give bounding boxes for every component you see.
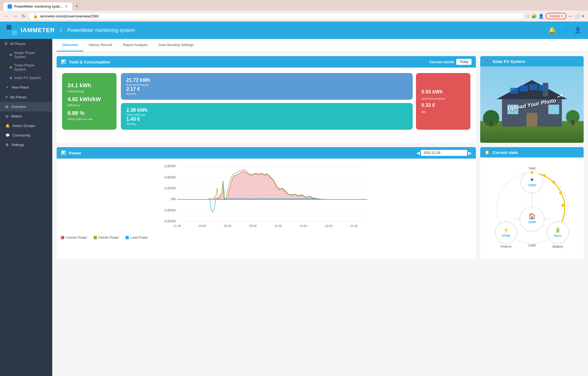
svg-rect-17 <box>490 121 492 126</box>
svg-rect-19 <box>571 120 574 125</box>
svg-text:-2,000W: -2,000W <box>163 208 176 212</box>
tab-auto-sending[interactable]: Auto-Sending Settings <box>153 39 199 51</box>
svg-text:🏠: 🏠 <box>528 213 536 220</box>
legend-load: Load Power <box>125 236 148 239</box>
bill-value: 0.33 € <box>421 102 465 108</box>
sidebar-all-places[interactable]: ☰ All Places <box>0 39 52 48</box>
direct-selfuse-value: 2.38 kWh <box>126 107 407 113</box>
yield-energy-label: Yield Energy <box>68 90 111 93</box>
legend-inverter: Inverter Power <box>61 236 87 239</box>
sidebar-label-new-place: New Place <box>12 85 29 89</box>
chat-icon: 💬 <box>5 133 10 137</box>
yield-card-header: 📊 Yield & Consumption Current month Toda… <box>57 56 476 68</box>
close-tab-button[interactable]: × <box>65 4 68 9</box>
svg-rect-13 <box>520 86 528 92</box>
tab-title: PowerMeter monitoring syste... <box>14 4 63 8</box>
solar-pv-card: 📍 Solar PV System <box>480 56 584 143</box>
power-chart-header: 📊 Power ◀ ▶ <box>57 147 476 159</box>
current-month-btn[interactable]: Current month <box>430 60 454 64</box>
dot-icon-solar-pv <box>10 77 12 79</box>
svg-text:None: None <box>554 234 562 237</box>
tab-report-analysis[interactable]: Report Analysis <box>118 39 153 51</box>
solar-image[interactable]: Upload Your Photo ↗ <box>480 66 584 143</box>
legend-dot-feedin <box>94 236 97 239</box>
current-state-content: 🏠 128W ☀ 703W ⚡ 575W <box>480 157 584 259</box>
svg-text:575W: 575W <box>502 234 510 237</box>
bookmark-icon[interactable]: ☆ <box>526 14 530 19</box>
profile-icon[interactable]: 👤 <box>538 14 544 19</box>
plus-icon: ＋ <box>5 85 9 90</box>
svg-text:11-29: 11-29 <box>173 224 181 228</box>
svg-rect-15 <box>539 85 547 91</box>
svg-text:09:00: 09:00 <box>249 224 256 228</box>
sidebar-all-places-label: All Places <box>10 42 25 46</box>
sidebar-label-settings: Settings <box>11 143 24 147</box>
minimize-button[interactable]: — <box>568 14 572 19</box>
address-bar: 🔒 <box>29 12 524 20</box>
legend-dot-load <box>125 236 129 239</box>
svg-rect-12 <box>510 88 518 94</box>
grid-consumption-label: Grid Consumption <box>421 97 465 100</box>
logo-text: IAMMETER <box>21 27 55 34</box>
sidebar-item-meters[interactable]: ◎ Meters <box>0 111 52 121</box>
svg-text:12:00: 12:00 <box>274 224 282 228</box>
sidebar-item-notice-groups[interactable]: 🔔 Notice Groups <box>0 121 52 131</box>
sidebar-item-settings[interactable]: ⚙ Settings <box>0 140 52 150</box>
date-input[interactable] <box>421 150 467 156</box>
sidebar-item-solar-pv[interactable]: Solar PV System <box>0 74 52 82</box>
svg-point-60 <box>531 171 533 174</box>
dot-icon-three-phase <box>10 66 12 68</box>
sidebar-label-three-phase: Three Phase System <box>14 63 47 71</box>
update-chevron-icon: ▾ <box>561 14 563 18</box>
meters-icon: ◎ <box>5 114 8 118</box>
new-tab-button[interactable]: + <box>73 2 81 11</box>
language-icon[interactable]: 🌐 <box>561 27 569 34</box>
app-header: IAMMETER / PowerMeter monitoring system … <box>0 22 588 39</box>
power-chart-icon: 📊 <box>61 150 66 155</box>
today-btn[interactable]: Today <box>456 59 471 65</box>
dot-icon-single-phase <box>10 54 12 56</box>
sidebar-label-overview: Overview <box>11 105 26 109</box>
svg-text:06:00: 06:00 <box>224 224 231 228</box>
svg-point-62 <box>552 181 555 184</box>
sidebar-item-community[interactable]: 💬 Community <box>0 131 52 140</box>
chart-legend: Inverter Power FeedIn Power Load Power <box>57 234 476 244</box>
logo: IAMMETER / PowerMeter monitoring system <box>7 25 135 36</box>
legend-dot-inverter <box>61 236 64 239</box>
saving-value: 1.43 € <box>126 116 407 122</box>
legend-label-load: Load Power <box>130 236 148 239</box>
next-date-button[interactable]: ▶ <box>468 150 471 156</box>
income-label: Income <box>126 92 407 95</box>
energy-flow-svg: 🏠 128W ☀ 703W ⚡ 575W <box>486 165 578 252</box>
sidebar-label-meters: Meters <box>11 114 22 118</box>
tab-overview[interactable]: Overview <box>57 39 83 51</box>
update-button[interactable]: Update ▾ <box>546 13 566 19</box>
bell-icon: 🔔 <box>5 124 10 128</box>
svg-text:4,000W: 4,000W <box>164 175 176 179</box>
svg-point-63 <box>559 192 562 195</box>
sidebar-label-community: Community <box>13 133 30 137</box>
income-value: 2.17 € <box>126 86 407 92</box>
notification-icon[interactable]: 🔔 <box>549 27 556 34</box>
sidebar-item-overview[interactable]: ⊞ Overview <box>0 102 52 111</box>
maximize-button[interactable]: ⬜ <box>574 14 580 19</box>
hamburger-icon: ☰ <box>4 42 8 46</box>
extensions-icon[interactable]: 🧩 <box>531 14 537 19</box>
user-icon[interactable]: 👤 <box>574 27 581 34</box>
sidebar-item-three-phase[interactable]: Three Phase System <box>0 61 52 74</box>
back-button[interactable]: ← <box>3 13 10 20</box>
sidebar-label-solar-pv: Solar PV System <box>14 76 41 80</box>
prev-date-button[interactable]: ◀ <box>416 150 420 156</box>
app-title: PowerMeter monitoring system <box>67 28 135 33</box>
reload-button[interactable]: ↻ <box>21 13 26 20</box>
close-window-button[interactable]: ✕ <box>581 14 585 19</box>
svg-text:-4,000W: -4,000W <box>163 219 176 223</box>
url-input[interactable] <box>40 14 519 18</box>
sidebar-item-new-place[interactable]: ＋ New Place <box>0 82 52 92</box>
tab-history-record[interactable]: History Record <box>83 39 118 51</box>
sidebar-item-my-places[interactable]: ≡ My Places <box>0 92 52 102</box>
forward-button[interactable]: → <box>12 13 19 20</box>
sidebar-item-single-phase[interactable]: Single Phase System <box>0 48 52 61</box>
svg-text:Yield: Yield <box>528 166 535 170</box>
power-chart-svg: 6,000W 4,000W 2,000W 0W -2,000W -4,000W <box>61 163 471 228</box>
